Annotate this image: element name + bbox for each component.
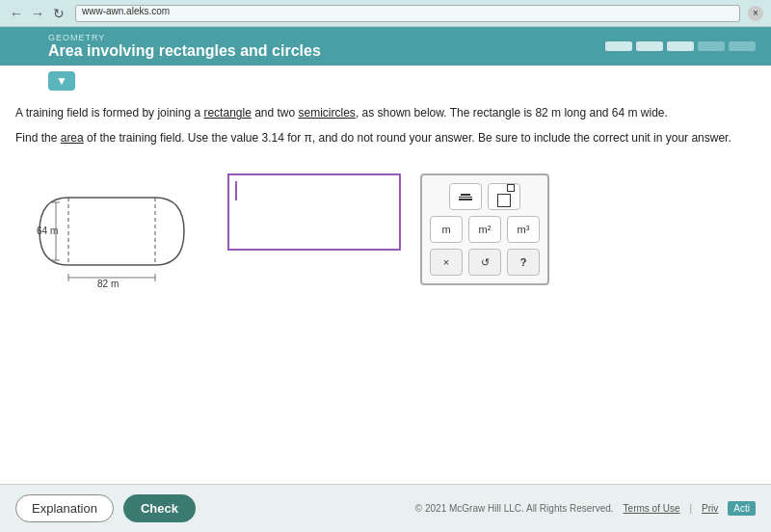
- line1-after: , as shown below. The rectangle is 82 m …: [356, 106, 668, 120]
- keypad-row-1: [430, 183, 540, 210]
- times-button[interactable]: ×: [430, 249, 463, 276]
- browser-nav: ← → ↻: [8, 5, 67, 22]
- header-category: GEOMETRY: [48, 33, 321, 42]
- forward-button[interactable]: →: [29, 5, 46, 22]
- svg-text:64 m: 64 m: [37, 226, 58, 236]
- footer-right: © 2021 McGraw Hill LLC. All Rights Reser…: [415, 501, 756, 516]
- training-field-diagram: 64 m 82 m: [15, 173, 208, 289]
- chevron-down-button[interactable]: ▼: [48, 71, 75, 91]
- line1-rect: rectangle: [203, 106, 251, 120]
- progress-seg-4: [698, 41, 725, 51]
- footer-left: Explanation Check: [15, 494, 196, 522]
- superscript-button[interactable]: [488, 183, 520, 210]
- hamburger-menu[interactable]: [15, 66, 33, 77]
- problem-area: A training field is formed by joining a …: [0, 96, 771, 164]
- line1-semi: semicircles: [299, 106, 356, 120]
- address-bar[interactable]: www-awn.aleks.com: [75, 5, 740, 22]
- close-window-button[interactable]: ×: [748, 6, 763, 21]
- main-area: GEOMETRY Area involving rectangles and c…: [0, 27, 771, 532]
- footer: Explanation Check © 2021 McGraw Hill LLC…: [0, 484, 771, 532]
- content-row: 64 m 82 m: [0, 164, 771, 303]
- header-left: GEOMETRY Area involving rectangles and c…: [48, 33, 321, 60]
- problem-line2: Find the area of the training field. Use…: [15, 129, 756, 146]
- line2-after: of the training field. Use the value 3.1…: [84, 131, 731, 145]
- unit-m2-button[interactable]: m²: [468, 216, 501, 243]
- header-title: Area involving rectangles and circles: [48, 42, 321, 60]
- unit-m-button[interactable]: m: [430, 216, 463, 243]
- progress-bar: [605, 41, 756, 51]
- progress-seg-5: [729, 41, 756, 51]
- fraction-button[interactable]: [449, 183, 482, 210]
- keypad-row-3: × ↺ ?: [430, 249, 540, 276]
- fraction-icon: [459, 194, 472, 200]
- progress-seg-1: [605, 41, 632, 51]
- reload-button[interactable]: ↻: [50, 5, 67, 22]
- line1-middle: and two: [252, 106, 299, 120]
- diagram-container: 64 m 82 m: [15, 173, 208, 293]
- active-label: Acti: [728, 501, 756, 516]
- text-cursor: [235, 181, 237, 200]
- terms-link[interactable]: Terms of Use: [624, 503, 680, 514]
- line2-area: area: [61, 131, 84, 145]
- unit-m3-button[interactable]: m³: [507, 216, 540, 243]
- help-button[interactable]: ?: [507, 249, 540, 276]
- svg-text:82 m: 82 m: [97, 279, 119, 289]
- keypad-row-2: m m² m³: [430, 216, 540, 243]
- line1-before: A training field is formed by joining a: [15, 106, 203, 120]
- problem-line1: A training field is formed by joining a …: [15, 104, 756, 121]
- top-header: GEOMETRY Area involving rectangles and c…: [0, 27, 771, 66]
- browser-bar: ← → ↻ www-awn.aleks.com ×: [0, 0, 771, 27]
- progress-seg-3: [667, 41, 694, 51]
- privacy-link[interactable]: Priv: [702, 503, 718, 514]
- check-button[interactable]: Check: [123, 494, 196, 522]
- answer-input-area[interactable]: [227, 173, 401, 251]
- progress-seg-2: [636, 41, 663, 51]
- keypad: m m² m³ × ↺ ?: [420, 173, 549, 285]
- copyright-text: © 2021 McGraw Hill LLC. All Rights Reser…: [415, 503, 614, 514]
- undo-button[interactable]: ↺: [468, 249, 501, 276]
- back-button[interactable]: ←: [8, 5, 25, 22]
- superscript-icon: [497, 186, 511, 207]
- line2-before: Find the: [15, 131, 61, 145]
- explanation-button[interactable]: Explanation: [15, 494, 114, 522]
- footer-divider: |: [689, 503, 692, 514]
